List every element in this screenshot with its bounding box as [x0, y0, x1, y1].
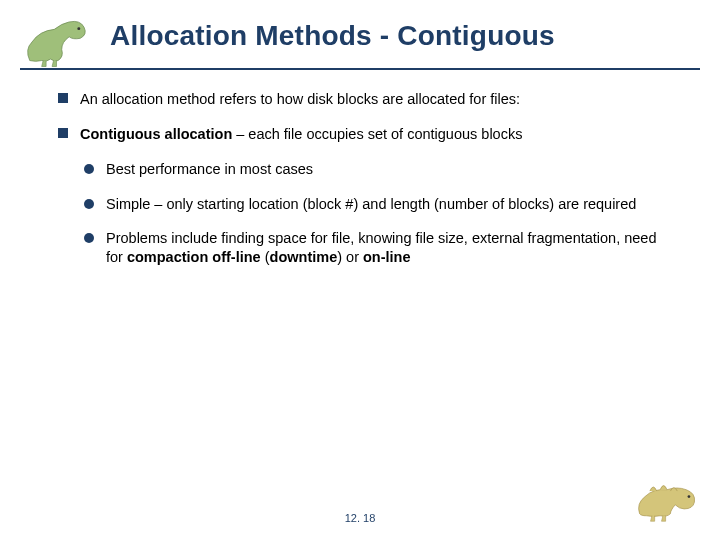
bullet-text: Best performance in most cases	[106, 161, 313, 177]
svg-point-0	[77, 27, 80, 30]
bullet-text: ) or	[337, 249, 363, 265]
slide-title: Allocation Methods - Contiguous	[110, 20, 700, 52]
sub-bullet-item: Best performance in most cases	[84, 160, 662, 179]
bullet-item: An allocation method refers to how disk …	[58, 90, 662, 109]
bullet-text: (	[261, 249, 270, 265]
term-online: on-line	[363, 249, 411, 265]
bullet-text: An allocation method refers to how disk …	[80, 91, 520, 107]
title-underline	[20, 68, 700, 70]
slide: Allocation Methods - Contiguous An alloc…	[0, 0, 720, 540]
term-downtime: downtime	[270, 249, 338, 265]
svg-point-1	[688, 495, 691, 498]
bullet-text: – each file occupies set of contiguous b…	[232, 126, 522, 142]
term-contiguous-allocation: Contiguous allocation	[80, 126, 232, 142]
bullet-text: Simple – only starting location (block #…	[106, 196, 636, 212]
sub-bullet-item: Problems include finding space for file,…	[84, 229, 662, 267]
term-compaction: compaction off-line	[127, 249, 261, 265]
bullet-item: Contiguous allocation – each file occupi…	[58, 125, 662, 144]
title-area: Allocation Methods - Contiguous	[0, 12, 720, 82]
dinosaur-icon	[18, 16, 98, 68]
page-number: 12. 18	[0, 512, 720, 524]
content-area: An allocation method refers to how disk …	[58, 90, 662, 283]
sub-bullet-item: Simple – only starting location (block #…	[84, 195, 662, 214]
